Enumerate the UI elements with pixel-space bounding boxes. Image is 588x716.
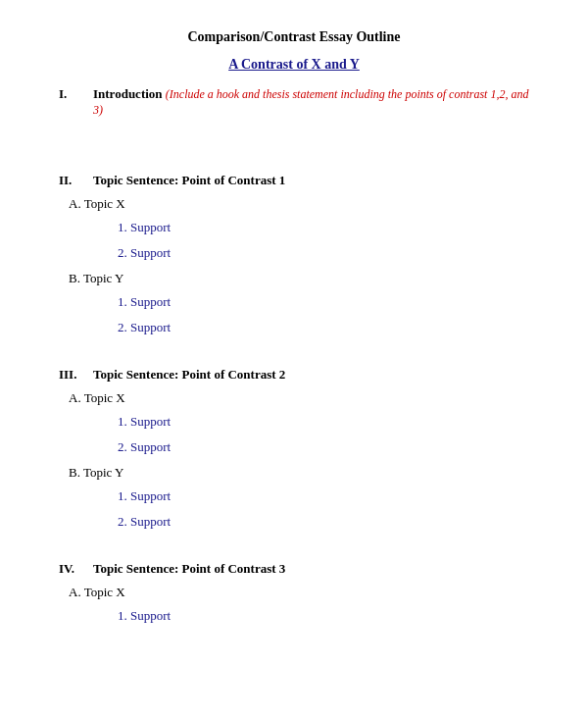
- ii-b-item-1: 1. Support: [118, 294, 529, 310]
- numeral-iv: IV.: [59, 561, 93, 577]
- numeral-ii: II.: [59, 173, 93, 188]
- alpha-iii-a-label: A. Topic X: [69, 390, 125, 405]
- page-title: Comparison/Contrast Essay Outline: [59, 29, 529, 45]
- alpha-ii-b-label: B. Topic Y: [69, 271, 124, 285]
- section-iii-a: A. Topic X 1. Support 2. Support: [69, 390, 529, 455]
- numeral-i: I.: [59, 86, 93, 102]
- alpha-iv-a-label: A. Topic X: [69, 585, 125, 599]
- section-iii: III. Topic Sentence: Point of Contrast 2…: [59, 367, 529, 530]
- section-iii-heading: Topic Sentence: Point of Contrast 2: [93, 367, 285, 383]
- section-ii-header: II. Topic Sentence: Point of Contrast 1: [59, 173, 529, 190]
- section-i: I. Introduction (Include a hook and thes…: [59, 86, 529, 118]
- iii-a-item-2: 2. Support: [118, 439, 529, 455]
- section-ii-a: A. Topic X 1. Support 2. Support: [69, 196, 529, 261]
- iv-a-item-1: 1. Support: [118, 608, 529, 624]
- subtitle: A Contrast of X and Y: [59, 57, 529, 73]
- section-i-content: Introduction (Include a hook and thesis …: [93, 86, 529, 118]
- page-container: Comparison/Contrast Essay Outline A Cont…: [59, 29, 529, 624]
- iii-b-item-2: 2. Support: [118, 514, 529, 530]
- iii-b-item-1: 1. Support: [118, 488, 529, 504]
- iii-a-item-1: 1. Support: [118, 414, 529, 430]
- section-iv-header: IV. Topic Sentence: Point of Contrast 3: [59, 561, 529, 579]
- section-iv: IV. Topic Sentence: Point of Contrast 3 …: [59, 561, 529, 624]
- alpha-ii-a-label: A. Topic X: [69, 196, 125, 211]
- section-ii-b: B. Topic Y 1. Support 2. Support: [69, 271, 529, 335]
- ii-a-item-1: 1. Support: [118, 220, 529, 235]
- section-ii: II. Topic Sentence: Point of Contrast 1 …: [59, 173, 529, 335]
- intro-label: Introduction: [93, 86, 163, 101]
- ii-a-item-2: 2. Support: [118, 245, 529, 261]
- ii-b-item-2: 2. Support: [118, 320, 529, 335]
- numeral-iii: III.: [59, 367, 93, 383]
- section-iii-header: III. Topic Sentence: Point of Contrast 2: [59, 367, 529, 384]
- section-iv-a: A. Topic X 1. Support: [69, 585, 529, 624]
- section-iv-heading: Topic Sentence: Point of Contrast 3: [93, 561, 285, 577]
- section-ii-heading: Topic Sentence: Point of Contrast 1: [93, 173, 285, 188]
- alpha-iii-b-label: B. Topic Y: [69, 465, 124, 480]
- section-iii-b: B. Topic Y 1. Support 2. Support: [69, 465, 529, 530]
